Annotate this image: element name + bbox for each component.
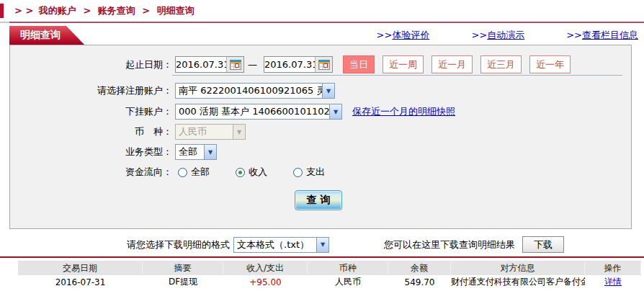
download-format-label: 请您选择下载明细的格式 (127, 238, 230, 251)
chevron-down-icon: ▼ (329, 104, 341, 119)
breadcrumb-item-detail-query: 明细查询 (157, 5, 194, 16)
currency-row: 币 种： 人民币 ▼ (10, 124, 631, 140)
calendar-picker-button[interactable] (315, 57, 332, 72)
breadcrumb-separator: > (83, 5, 91, 16)
cell-currency: 人民币 (308, 276, 388, 288)
biz-type-select[interactable]: 全部 ▼ (175, 144, 217, 160)
flow-option-label: 全部 (191, 166, 210, 179)
breadcrumb: > > 我的账户 > 账务查询 > 明细查询 (0, 0, 644, 22)
flow-radio-all[interactable]: 全部 (178, 166, 210, 179)
date-from-input[interactable]: 2016.07.31 (175, 56, 244, 73)
cell-trade-date: 2016-07-31 (18, 277, 143, 287)
header-balance: 余额 (388, 262, 451, 274)
section-divider (0, 256, 644, 258)
form-separator-line (172, 75, 622, 76)
currency-select: 人民币 ▼ (175, 124, 246, 140)
chevron-down-icon: ▼ (233, 125, 245, 139)
tab-bar: 明细查询 >>体验评价 >>自动演示 >>查看栏目信息 (0, 23, 644, 45)
download-format-value: 文本格式（.txt） (234, 238, 316, 252)
register-account-label: 请选择注册账户： (10, 84, 172, 97)
sub-account-label: 下挂账户： (10, 105, 172, 118)
download-button[interactable]: 下载 (522, 236, 564, 253)
chevron-down-icon: ▼ (316, 238, 328, 252)
link-view-column-info[interactable]: >>查看栏目信息 (566, 29, 638, 42)
tab-detail-query[interactable]: 明细查询 (9, 26, 84, 45)
breadcrumb-separator: > (142, 5, 150, 16)
calendar-picker-button[interactable] (226, 57, 243, 72)
date-range-dash: — (248, 59, 257, 70)
table-header-row: 交易日期 摘要 收入/支出 币种 余额 对方信息 操作 (18, 261, 641, 275)
biz-type-value: 全部 (176, 145, 204, 159)
header-links: >>体验评价 >>自动演示 >>查看栏目信息 (377, 29, 638, 42)
register-account-select[interactable]: 南平 6222001406100921065 灵通卡 ▼ (175, 83, 335, 99)
flow-direction-row: 资金流向： 全部 收入 支出 (10, 166, 631, 179)
currency-label: 币 种： (10, 125, 172, 138)
table-row: 2016-07-31 DF提现 +95.00 人民币 549.70 财付通支付科… (18, 275, 641, 289)
breadcrumb-marker-bar (0, 4, 4, 18)
biz-type-row: 业务类型： 全部 ▼ (10, 144, 631, 160)
currency-value: 人民币 (176, 125, 233, 139)
header-trade-date: 交易日期 (18, 262, 143, 274)
cell-summary: DF提现 (143, 276, 223, 288)
breadcrumb-item-my-account[interactable]: 我的账户 (39, 5, 76, 16)
download-row: 请您选择下载明细的格式 文本格式（.txt） ▼ 您可以在这里下载查询明细结果 … (0, 236, 644, 254)
flow-option-label: 支出 (306, 166, 325, 179)
radio-selected-icon (236, 168, 245, 177)
header-income-expense: 收入/支出 (223, 262, 308, 274)
query-form-panel: 起止日期： 2016.07.31 — 2016.07.31 当日 近一周 近一月… (9, 45, 632, 229)
date-range-row: 起止日期： 2016.07.31 — 2016.07.31 当日 近一周 近一月… (10, 55, 631, 73)
breadcrumb-item-account-query[interactable]: 账务查询 (98, 5, 135, 16)
sub-account-value: 000 活期 基本户 1406600101102571848 (176, 104, 329, 119)
date-to-value: 2016.07.31 (264, 57, 315, 72)
quick-range-today-button[interactable]: 当日 (343, 55, 375, 73)
radio-icon (293, 168, 303, 177)
sub-account-select[interactable]: 000 活期 基本户 1406600101102571848 ▼ (175, 104, 342, 120)
link-experience-review[interactable]: >>体验评价 (377, 29, 430, 42)
header-counterparty: 对方信息 (451, 262, 585, 274)
cell-counterparty: 财付通支付科技有限公司客户备付金 (451, 276, 585, 288)
date-range-label: 起止日期： (10, 58, 172, 71)
date-from-value: 2016.07.31 (176, 57, 226, 72)
link-label: 查看栏目信息 (582, 30, 638, 40)
download-hint-text: 您可以在这里下载查询明细结果 (384, 238, 515, 251)
flow-radio-income[interactable]: 收入 (236, 166, 267, 179)
flow-option-label: 收入 (249, 166, 267, 179)
register-account-value: 南平 6222001406100921065 灵通卡 (176, 84, 322, 98)
radio-icon (178, 168, 187, 177)
calendar-icon (230, 60, 241, 70)
quick-range-month-button[interactable]: 近一月 (431, 55, 473, 73)
query-button[interactable]: 查 询 (295, 190, 342, 210)
flow-radio-expense[interactable]: 支出 (293, 166, 325, 179)
chevron-down-icon: ▼ (204, 145, 216, 159)
quick-range-year-button[interactable]: 近一年 (529, 55, 571, 73)
date-to-input[interactable]: 2016.07.31 (264, 56, 333, 73)
save-monthly-snapshot-link[interactable]: 保存近一个月的明细快照 (352, 105, 455, 118)
link-auto-demo[interactable]: >>自动演示 (471, 29, 524, 42)
results-table: 交易日期 摘要 收入/支出 币种 余额 对方信息 操作 2016-07-31 D… (18, 261, 641, 291)
header-action: 操作 (585, 262, 641, 274)
header-summary: 摘要 (143, 262, 223, 274)
biz-type-label: 业务类型： (10, 146, 172, 158)
link-prefix: >> (377, 30, 393, 40)
header-currency: 币种 (308, 262, 388, 274)
cell-balance: 549.70 (388, 277, 451, 287)
link-prefix: >> (566, 30, 582, 40)
quick-range-3months-button[interactable]: 近三月 (480, 55, 522, 73)
chevron-down-icon: ▼ (322, 84, 334, 98)
link-label: 自动演示 (487, 30, 524, 40)
breadcrumb-prefix: > > (14, 5, 33, 16)
cell-amount: +95.00 (223, 277, 308, 287)
sub-account-row: 下挂账户： 000 活期 基本户 1406600101102571848 ▼ 保… (10, 104, 631, 120)
download-format-select[interactable]: 文本格式（.txt） ▼ (233, 237, 329, 253)
cell-action: 详情 (585, 276, 641, 288)
link-label: 体验评价 (392, 30, 429, 40)
register-account-row: 请选择注册账户： 南平 6222001406100921065 灵通卡 ▼ (10, 83, 631, 99)
calendar-icon (318, 60, 330, 70)
detail-link[interactable]: 详情 (604, 277, 622, 287)
quick-range-week-button[interactable]: 近一周 (383, 55, 424, 73)
link-prefix: >> (471, 30, 487, 40)
flow-direction-label: 资金流向： (10, 166, 172, 179)
